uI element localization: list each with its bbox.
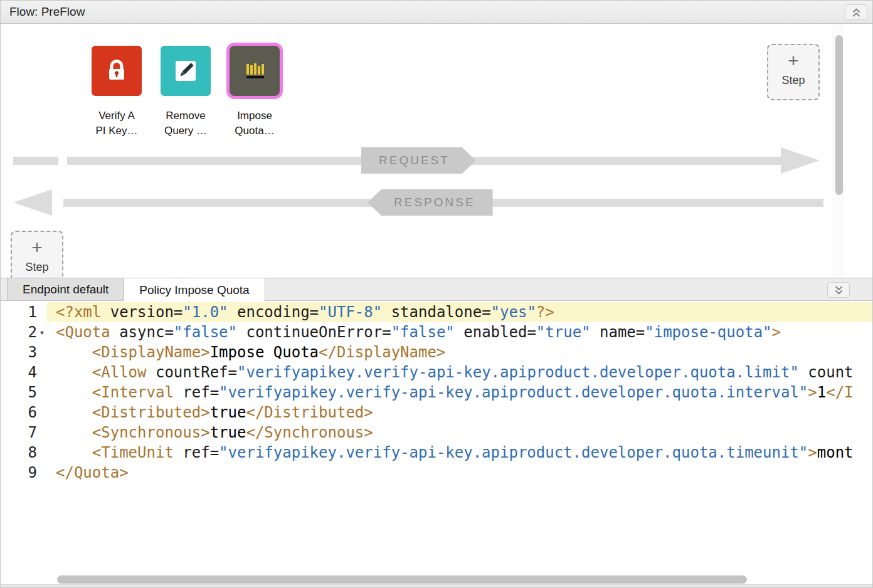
fold-spacer [37,402,47,423]
code-line[interactable]: 9</Quota> [1,463,872,483]
double-chevron-down-icon [834,286,844,295]
flow-collapse-button[interactable] [845,4,867,20]
policy-remove-query-param[interactable]: Remove Query … [152,46,219,139]
code-line[interactable]: 5 <Interval ref="verifyapikey.verify-api… [1,382,872,402]
fold-spacer [37,463,47,483]
fold-spacer [37,443,47,463]
policy-verify-api-key[interactable]: Verify A PI Key… [83,46,150,139]
add-step-button-response[interactable]: + Step [11,231,63,278]
flow-scrollbar-thumb[interactable] [835,35,843,195]
code-line[interactable]: 8 <TimeUnit ref="verifyapikey.verify-api… [1,443,872,463]
editor-h-scrollbar-thumb[interactable] [57,575,747,584]
pencil-icon [161,46,211,96]
code-editor[interactable]: 1<?xml version="1.0" encoding="UTF-8" st… [1,301,872,588]
double-chevron-up-icon [852,8,861,17]
tab-policy-impose-quota[interactable]: Policy Impose Quota [124,278,265,302]
code-line[interactable]: 1<?xml version="1.0" encoding="UTF-8" st… [1,302,872,322]
bar-chart-icon [230,46,280,96]
request-bar-stub [13,157,58,165]
line-number: 1 [1,302,37,322]
code-text: <Synchronous>true</Synchronous> [47,423,872,443]
policy-label: Remove Query … [164,108,207,139]
code-text: </Quota> [47,463,872,483]
window-bottom-edge [1,584,872,587]
add-step-button-request[interactable]: + Step [767,44,820,100]
code-lines: 1<?xml version="1.0" encoding="UTF-8" st… [1,302,872,483]
tab-endpoint-default[interactable]: Endpoint default [7,278,124,300]
line-number: 9 [1,463,37,483]
fold-spacer [37,423,47,443]
tab-bar: Endpoint default Policy Impose Quota [1,278,872,301]
code-line[interactable]: 6 <Distributed>true</Distributed> [1,402,872,423]
policy-label: Verify A PI Key… [95,108,137,139]
policy-impose-quota[interactable]: Impose Quota… [221,46,288,139]
response-arrowhead-icon [13,189,52,216]
policy-row: Verify A PI Key… Remove Quer [83,46,288,139]
line-number: 3 [1,342,37,362]
fold-arrow-icon[interactable]: ▾ [37,322,47,342]
line-number: 7 [1,423,37,443]
code-text: <Distributed>true</Distributed> [47,402,872,423]
code-text: <Interval ref="verifyapikey.verify-api-k… [47,382,872,402]
line-number: 2 [1,322,37,342]
line-number: 8 [1,443,37,463]
response-flow-label[interactable]: RESPONSE [368,189,493,216]
plus-icon: + [12,238,62,257]
step-label: Step [768,74,818,95]
code-line[interactable]: 3 <DisplayName>Impose Quota</DisplayName… [1,342,872,362]
flow-panel-header: Flow: PreFlow [1,1,872,24]
flow-canvas: Verify A PI Key… Remove Quer [1,24,872,278]
line-number: 6 [1,402,37,423]
lock-icon [92,46,142,96]
editor-h-scrollbar-track [55,575,855,584]
request-flow-label[interactable]: REQUEST [361,147,476,174]
step-label: Step [12,261,62,278]
code-text: <DisplayName>Impose Quota</DisplayName> [47,342,872,362]
code-text: <Quota async="false" continueOnError="fa… [47,322,872,342]
fold-spacer [37,382,47,402]
code-line[interactable]: 7 <Synchronous>true</Synchronous> [1,423,872,443]
code-line[interactable]: 4 <Allow countRef="verifyapikey.verify-a… [1,362,872,382]
code-text: <TimeUnit ref="verifyapikey.verify-api-k… [47,443,872,463]
editor-collapse-button[interactable] [827,282,850,298]
code-text: <Allow countRef="verifyapikey.verify-api… [47,362,872,382]
line-number: 5 [1,382,37,402]
fold-spacer [37,302,47,322]
request-arrowhead-icon [781,147,820,174]
tab-label: Policy Impose Quota [139,283,249,297]
line-number: 4 [1,362,37,382]
plus-icon: + [768,51,818,70]
code-text: <?xml version="1.0" encoding="UTF-8" sta… [47,302,872,322]
policy-label: Impose Quota… [235,108,274,139]
tab-label: Endpoint default [23,283,108,297]
fold-spacer [37,342,47,362]
api-proxy-editor-window: Flow: PreFlow Verify A [0,0,873,588]
flow-scrollbar-track [833,24,844,278]
fold-spacer [37,362,47,382]
flow-title: Flow: PreFlow [9,5,85,19]
code-line[interactable]: 2▾<Quota async="false" continueOnError="… [1,322,872,342]
